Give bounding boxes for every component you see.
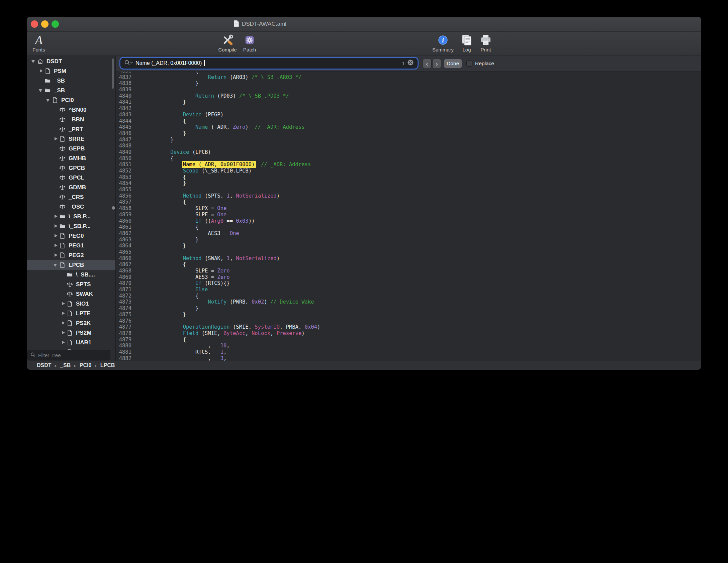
tree-item-peg0[interactable]: PEG0 [27,231,115,241]
disclosure-right-icon[interactable] [53,223,59,229]
tree-item-gpcl[interactable]: GPCL [27,173,115,183]
code-line[interactable]: 4872 { [116,293,701,299]
tree-item-ps2m[interactable]: PS2M [27,328,115,338]
patch-button[interactable]: Patch [233,33,266,52]
code-line[interactable]: 4844 { [116,118,701,124]
tree-item-gepb[interactable]: GEPB [27,144,115,153]
replace-checkbox[interactable] [466,61,472,67]
code-line[interactable]: 4842 [116,105,701,112]
disclosure-right-icon[interactable] [60,311,67,317]
tree-item-_osc[interactable]: _OSC [27,202,115,212]
code-line[interactable]: 4856 Method (SPTS, 1, NotSerialized) [116,193,701,199]
tree-item-ps2k[interactable]: PS2K [27,318,115,328]
tree-item-pci0[interactable]: PCI0 [27,95,115,105]
tree-item-spts[interactable]: SPTS [27,279,115,289]
disclosure-right-icon[interactable] [60,320,67,326]
code-line[interactable]: 4873 Notify (PWRB, 0x02) // Device Wake [116,299,701,305]
tree-item-bn00[interactable]: ^BN00 [27,105,115,115]
code-line[interactable]: 4881 RTCS, 1, [116,349,701,355]
tree-item-lpte[interactable]: LPTE [27,309,115,318]
close-button[interactable] [31,20,38,28]
disclosure-right-icon[interactable] [53,136,59,142]
code-line[interactable]: 4870 If (RTCS){} [116,280,701,287]
code-line[interactable]: 4851 Name (_ADR, 0x001F0000) // _ADR: Ad… [116,161,701,168]
disclosure-right-icon[interactable] [60,340,67,346]
code-line[interactable]: 4876 [116,318,701,324]
tree-item-peg1[interactable]: PEG1 [27,241,115,250]
code-line[interactable]: 4880 , 10, [116,343,701,349]
tree-item-peg2[interactable]: PEG2 [27,250,115,260]
tree-item-_sb[interactable]: _SB [27,86,115,95]
tree-item-_crs[interactable]: _CRS [27,192,115,202]
tree-item-_prt[interactable]: _PRT [27,124,115,134]
code-line[interactable]: 4836 { [116,72,701,74]
search-field[interactable]: Name (_ADR, 0x001F0000) 1 [121,58,417,68]
print-button[interactable]: Print [469,33,503,52]
tree-item-_sb[interactable]: _SB [27,76,115,86]
disclosure-down-icon[interactable] [46,97,52,103]
code-line[interactable]: 4849 Device (LPCB) [116,149,701,155]
code-line[interactable]: 4871 Else [116,287,701,293]
code-line[interactable]: 4853 { [116,174,701,181]
disclosure-right-icon[interactable] [60,330,67,336]
tree-item-_sbp[interactable]: \_SB.P... [27,212,115,221]
tree-item-dsdt[interactable]: DSDT [27,57,115,66]
disclosure-right-icon[interactable] [60,301,67,307]
code-editor[interactable]: 4836 {4837 Return (AR03) /* \_SB_.AR03 *… [116,72,701,361]
code-line[interactable]: 4855 [116,187,701,193]
code-line[interactable]: 4878 Field (SMIE, ByteAcc, NoLock, Prese… [116,330,701,337]
breadcrumb-item-lpcb[interactable]: LPCB [100,362,115,368]
tree-item-psm[interactable]: PSM [27,66,115,76]
disclosure-right-icon[interactable] [53,243,59,249]
code-line[interactable]: 4840 Return (PD03) /* \_SB_.PD03 */ [116,93,701,99]
clear-search-button[interactable] [407,59,414,67]
code-line[interactable]: 4879 { [116,337,701,343]
tree-item-lpcb[interactable]: LPCB [27,260,115,270]
disclosure-right-icon[interactable] [38,68,44,74]
code-line[interactable]: 4874 } [116,305,701,312]
tree-item-swak[interactable]: SWAK [27,289,115,299]
code-line[interactable]: 4839 [116,87,701,93]
zoom-button[interactable] [52,20,59,28]
code-line[interactable]: 4864 } [116,243,701,249]
tree-item-sio1[interactable]: SIO1 [27,299,115,309]
code-line[interactable]: 4877 OperationRegion (SMIE, SystemIO, PM… [116,324,701,330]
breadcrumb-item-pci0[interactable]: PCI0 [80,362,92,368]
disclosure-down-icon[interactable] [31,59,37,65]
code-line[interactable]: 4837 Return (AR03) /* \_SB_.AR03 */ [116,74,701,81]
code-line[interactable]: 4852 Scope (\_SB.PCI0.LPCB) [116,168,701,174]
code-line[interactable]: 4863 } [116,237,701,243]
code-line[interactable]: 4862 AES3 = One [116,230,701,237]
code-line[interactable]: 4867 { [116,261,701,268]
code-line[interactable]: 4868 SLPE = Zero [116,268,701,274]
tree-item-srre[interactable]: SRRE [27,134,115,144]
code-line[interactable]: 4859 SLPE = One [116,212,701,218]
breadcrumb-item-_sb[interactable]: _SB [60,362,71,368]
code-line[interactable]: 4857 { [116,199,701,205]
next-match-button[interactable]: › [432,59,441,68]
splitter-handle[interactable] [112,206,115,210]
code-line[interactable]: 4869 AES3 = Zero [116,274,701,280]
code-line[interactable]: 4860 If ((Arg0 == 0x03)) [116,218,701,224]
done-button[interactable]: Done [444,59,462,68]
disclosure-down-icon[interactable] [53,262,59,268]
code-line[interactable]: 4858 SLPX = One [116,205,701,212]
code-line[interactable]: 4847 } [116,137,701,143]
filter-tree-field[interactable]: Filter Tree [27,350,110,360]
breadcrumb-item-dsdt[interactable]: DSDT [37,362,52,368]
code-line[interactable]: 4846 } [116,130,701,137]
disclosure-right-icon[interactable] [53,233,59,239]
minimize-button[interactable] [41,20,49,28]
tree-item-uar1[interactable]: UAR1 [27,338,115,347]
code-line[interactable]: 4854 } [116,180,701,187]
tree-item-_sb[interactable]: \_SB.... [27,270,115,279]
tree-item-_bbn[interactable]: _BBN [27,115,115,124]
code-line[interactable]: 4875 } [116,312,701,318]
code-line[interactable]: 4866 Method (SWAK, 1, NotSerialized) [116,255,701,262]
code-line[interactable]: 4882 , 3, [116,355,701,361]
tree-item-gpcb[interactable]: GPCB [27,163,115,173]
tree-item-gmhb[interactable]: GMHB [27,153,115,163]
tree-item-_sbp[interactable]: \_SB.P... [27,221,115,231]
code-line[interactable]: 4865 [116,249,701,255]
code-line[interactable]: 4838 } [116,80,701,87]
